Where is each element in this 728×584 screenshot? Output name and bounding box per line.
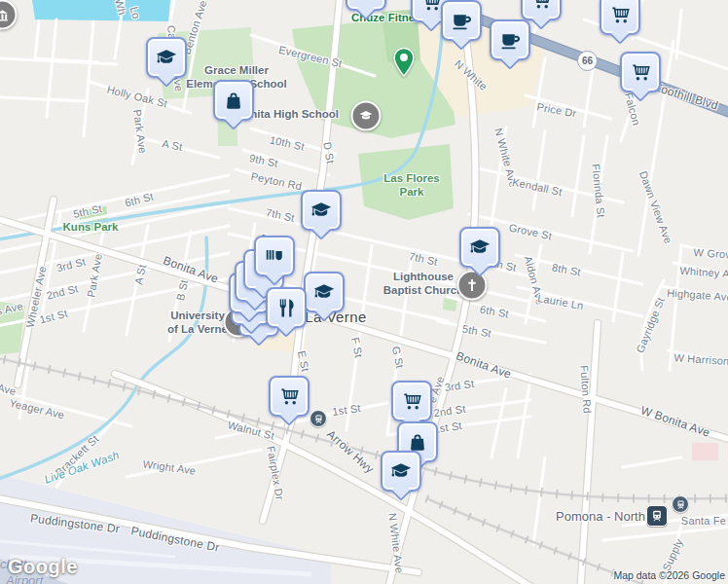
route-66-shield: 66 [577,51,598,71]
coffee-icon [451,10,473,32]
coffee-marker[interactable] [441,0,482,41]
school-marker[interactable] [381,451,421,492]
school-icon [389,459,413,483]
poi-label-lighthouse[interactable]: LighthouseBaptist Church [383,270,463,298]
cart-marker[interactable] [620,52,661,92]
cart-icon [278,385,301,408]
school-icon [155,46,178,69]
school-icon [468,236,491,259]
park-pin-icon [393,48,415,78]
cart-icon [609,4,632,26]
school-icon [312,280,336,304]
school-marker[interactable] [301,190,342,231]
cart-marker[interactable] [521,0,562,20]
poi-label-university[interactable]: Universityof La Verne [167,309,228,337]
bag-marker[interactable] [213,80,254,121]
poi-label-las-flores[interactable]: Las FloresPark [383,171,440,200]
school-marker[interactable] [459,227,500,268]
bag-icon [223,90,244,111]
park-pin[interactable] [393,48,415,82]
google-logo: Google [8,556,78,578]
poi-label-pomona-north[interactable]: Pomona - North [556,509,645,525]
map-attribution: Map data ©2026 Google [613,569,725,581]
transit-station-icon[interactable] [672,495,689,513]
cart-marker[interactable] [600,0,640,35]
school-marker[interactable] [304,272,345,312]
school-marker[interactable] [146,37,187,78]
coffee-marker[interactable] [490,19,530,60]
cart-icon [401,390,423,413]
cart-marker[interactable] [391,381,432,421]
cafe-icon [355,0,378,2]
school-icon [309,199,333,222]
church-icon [464,277,481,294]
cart-icon [630,61,652,84]
restaurant-marker[interactable] [266,287,307,328]
bag-icon [407,431,428,453]
transit-station-icon[interactable] [309,410,327,427]
building-icon [0,7,10,22]
transit-station-icon[interactable] [646,505,668,527]
restaurant-icon [275,297,298,319]
street-label-santa-fe-st: Santa Fe St [681,515,728,527]
bar-marker[interactable] [254,236,295,276]
cart-icon [420,0,443,14]
cart-icon [530,0,553,12]
poi-label-kuns-park[interactable]: Kuns Park [63,220,119,234]
cart-marker[interactable] [269,376,309,417]
school-icon [358,108,375,125]
bonita-high-school-circle[interactable] [351,101,382,131]
map-canvas[interactable]: 66 ckett Airport Google Map data ©2026 G… [0,0,728,584]
bar-icon [264,245,285,267]
cafe-marker[interactable] [346,0,386,11]
coffee-icon [499,29,522,52]
